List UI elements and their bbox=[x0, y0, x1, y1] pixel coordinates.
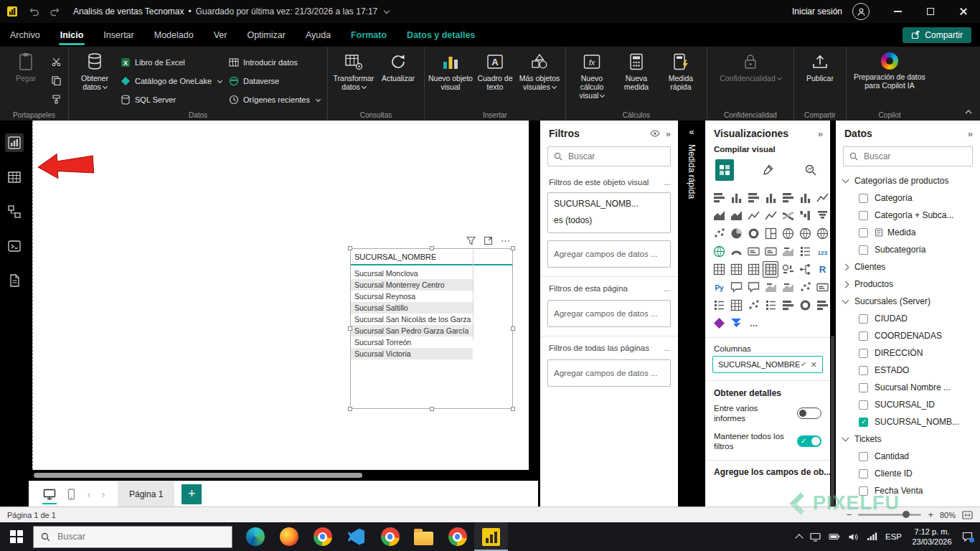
visual-type-key-influencers[interactable] bbox=[780, 261, 796, 278]
tab-insertar[interactable]: Insertar bbox=[93, 23, 143, 47]
close-button[interactable] bbox=[947, 0, 980, 23]
visual-type-field-parameters[interactable] bbox=[728, 297, 744, 314]
add-page-button[interactable]: + bbox=[182, 484, 202, 504]
tree-field-sucursal-id[interactable]: SUCURSAL_ID bbox=[836, 396, 980, 413]
more-options-icon[interactable]: ⋯ bbox=[501, 235, 511, 246]
table-row[interactable]: Sucursal Monclova bbox=[351, 268, 473, 279]
tree-field-dirección[interactable]: DIRECCIÓN bbox=[836, 344, 980, 362]
taskbar-search[interactable] bbox=[33, 526, 232, 548]
section-more-icon[interactable]: ... bbox=[664, 344, 671, 352]
tree-table-sucursales-server-[interactable]: Sucursales (Server) bbox=[836, 293, 980, 310]
zoom-out-icon[interactable]: − bbox=[847, 509, 852, 520]
tab-formato[interactable]: Formato bbox=[341, 23, 397, 47]
copilot-data-prep-button[interactable]: Preparación de datos para Copilot IA bbox=[850, 50, 929, 90]
taskbar-app-powerbi[interactable] bbox=[474, 522, 508, 551]
visual-type-card[interactable] bbox=[745, 243, 761, 260]
autosave-chevron-icon[interactable] bbox=[384, 7, 390, 13]
visual-type-text-box-visual[interactable] bbox=[814, 279, 830, 296]
tree-field-fecha-venta[interactable]: Fecha Venta bbox=[836, 482, 980, 499]
tree-table-categorías-de-productos[interactable]: Categorías de productos bbox=[836, 172, 980, 189]
visual-type-clustered-column-chart[interactable] bbox=[763, 189, 778, 206]
tree-table-clientes[interactable]: Clientes bbox=[836, 258, 980, 276]
visual-type-area-chart[interactable] bbox=[711, 207, 727, 224]
tree-field-coordenadas[interactable]: COORDENADAS bbox=[836, 327, 980, 344]
visual-type-matrix[interactable] bbox=[711, 261, 727, 278]
table-row[interactable]: Sucursal Reynosa bbox=[351, 291, 473, 302]
checkbox[interactable] bbox=[859, 486, 868, 496]
vertical-scrollbar[interactable] bbox=[831, 336, 834, 507]
visual-type-multi-row-card[interactable] bbox=[763, 243, 778, 260]
checkbox[interactable] bbox=[859, 314, 868, 324]
visual-type-line-and-clustered-column-chart[interactable] bbox=[763, 207, 778, 224]
visual-type-histogram[interactable] bbox=[780, 297, 796, 314]
table-row[interactable]: Sucursal Torreón bbox=[351, 336, 473, 348]
autosave-status[interactable]: Guardado por última vez: 21/3/2026 a las… bbox=[196, 6, 378, 17]
checkbox[interactable] bbox=[859, 383, 868, 392]
taskbar-app-vscode[interactable] bbox=[339, 522, 373, 551]
get-data-button[interactable]: Obtener datos bbox=[72, 50, 117, 91]
network-icon[interactable] bbox=[867, 532, 877, 541]
previous-page-arrow[interactable]: ‹ bbox=[82, 489, 96, 500]
visual-type-stacked-column-chart[interactable] bbox=[728, 189, 744, 206]
dataverse-button[interactable]: Dataverse bbox=[225, 72, 324, 89]
tree-field-cantidad[interactable]: Cantidad bbox=[836, 448, 980, 465]
taskbar-app-chrome[interactable] bbox=[306, 522, 339, 551]
table-view-icon[interactable] bbox=[5, 168, 24, 187]
checkbox[interactable] bbox=[859, 452, 868, 461]
sensitivity-button[interactable]: Confidencialidad bbox=[711, 50, 790, 83]
focus-mode-icon[interactable] bbox=[484, 236, 493, 245]
tab-archivo[interactable]: Archivo bbox=[0, 23, 50, 47]
zoom-in-icon[interactable]: + bbox=[928, 509, 933, 520]
copy-button[interactable] bbox=[48, 72, 65, 89]
paste-button[interactable]: Pegar bbox=[4, 50, 48, 83]
report-view-icon[interactable] bbox=[5, 133, 24, 152]
tree-field-medida[interactable]: Medida bbox=[836, 224, 980, 241]
account-avatar[interactable] bbox=[852, 3, 870, 20]
visual-type-100-stacked-bar-chart[interactable] bbox=[780, 189, 796, 206]
tab-modelado[interactable]: Modelado bbox=[144, 23, 204, 47]
cut-button[interactable] bbox=[48, 54, 65, 70]
table-row[interactable]: Sucursal Victoria bbox=[351, 348, 473, 359]
visual-type-power-automate[interactable] bbox=[728, 315, 744, 331]
visual-type-shape-map[interactable] bbox=[814, 225, 830, 242]
visual-type-line-and-stacked-column-chart[interactable] bbox=[745, 207, 761, 224]
collapse-pane-icon[interactable]: » bbox=[818, 128, 823, 139]
visual-type-bullet[interactable] bbox=[814, 297, 830, 314]
visual-type-table[interactable] bbox=[763, 261, 778, 278]
visual-type-r-script[interactable]: R bbox=[814, 261, 830, 278]
visual-type-q-and-a[interactable] bbox=[728, 279, 744, 296]
visual-type-decomposition-tree[interactable] bbox=[797, 261, 813, 278]
tree-field-estado[interactable]: ESTADO bbox=[836, 362, 980, 379]
battery-icon[interactable] bbox=[829, 532, 840, 541]
new-calculation-button[interactable]: fx Nuevo cálculo visual bbox=[570, 50, 614, 100]
notifications-icon[interactable] bbox=[962, 532, 973, 542]
transform-data-button[interactable]: Transformar datos bbox=[331, 50, 376, 91]
build-visual-tab[interactable] bbox=[715, 159, 734, 181]
visual-type-paginated-report[interactable] bbox=[728, 261, 744, 278]
visual-type-map[interactable] bbox=[780, 225, 796, 242]
eye-icon[interactable] bbox=[650, 130, 660, 137]
undo-icon[interactable] bbox=[24, 6, 44, 17]
add-data-fields-dropzone[interactable]: Agregar campos de datos ... bbox=[547, 359, 671, 387]
sign-in-link[interactable]: Iniciar sesión bbox=[792, 6, 842, 17]
checkbox[interactable] bbox=[859, 469, 868, 479]
filters-search-input[interactable] bbox=[567, 151, 664, 162]
chevron-down-icon[interactable] bbox=[842, 176, 849, 184]
display-cast-icon[interactable] bbox=[810, 532, 821, 542]
table-column-header[interactable]: SUCURSAL_NOMBRE bbox=[351, 249, 512, 265]
visual-type-new-card[interactable]: 123 bbox=[814, 243, 830, 260]
expand-pane-icon[interactable]: « bbox=[689, 126, 694, 137]
checkbox-checked[interactable] bbox=[859, 418, 868, 427]
excel-workbook-button[interactable]: X Libro de Excel bbox=[117, 54, 225, 70]
keep-filters-toggle[interactable] bbox=[797, 435, 821, 447]
checkbox[interactable] bbox=[859, 228, 868, 237]
resize-handle[interactable] bbox=[511, 407, 515, 411]
tree-field-ciudad[interactable]: CIUDAD bbox=[836, 310, 980, 327]
taskbar-app-chrome-2[interactable] bbox=[373, 522, 407, 551]
table-row[interactable]: Sucursal Saltillo bbox=[351, 302, 473, 314]
checkbox[interactable] bbox=[859, 331, 868, 341]
collapse-pane-icon[interactable]: » bbox=[666, 128, 671, 139]
refresh-button[interactable]: Actualizar bbox=[376, 50, 420, 83]
more-visuals-button[interactable]: Más objetos visuales bbox=[517, 50, 562, 91]
collapse-ribbon-icon[interactable] bbox=[964, 108, 973, 116]
